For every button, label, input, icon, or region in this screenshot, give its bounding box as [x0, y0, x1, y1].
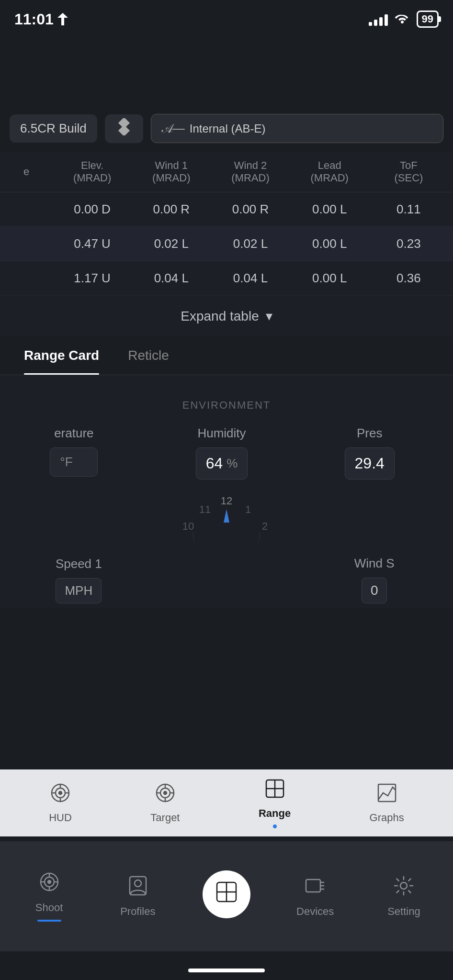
cell-elev: 1.17 U	[53, 271, 132, 286]
tab-range-center[interactable]	[182, 863, 271, 930]
inner-nav-hud[interactable]: HUD	[49, 782, 72, 824]
env-item-wind-speed1: Speed 1 MPH	[10, 557, 148, 603]
tab-shoot[interactable]: Shoot	[5, 863, 93, 929]
tab-reticle[interactable]: Reticle	[113, 336, 183, 375]
profile-bar: 6.5CR Build 𝒜— Internal (AB-E)	[0, 105, 453, 152]
status-right-icons: 99	[369, 11, 439, 28]
range-center-circle	[203, 870, 250, 918]
target-icon	[155, 782, 176, 808]
svg-point-27	[135, 880, 141, 887]
svg-point-10	[164, 791, 167, 794]
cell-lead: 0.00 L	[290, 271, 369, 286]
env-row-top: erature °F Humidity 64 % Pres 29.4	[0, 426, 453, 484]
cell-elev: 0.47 U	[53, 236, 132, 251]
cell-lead: 0.00 L	[290, 236, 369, 251]
svg-point-21	[48, 880, 51, 883]
graphs-icon	[376, 782, 397, 808]
bottom-tab-bar: Shoot Profiles	[0, 841, 453, 951]
home-indicator	[188, 969, 265, 972]
table-header-row: e Elev. (MRAD) Wind 1 (MRAD) Wind 2 (MRA…	[0, 152, 453, 192]
tab-devices[interactable]: Devices	[271, 867, 360, 925]
status-time: 11:01	[14, 11, 68, 28]
dial-num-11: 11	[199, 503, 211, 515]
wind-dial[interactable]: 10 11 12 1 2	[174, 494, 279, 542]
bluetooth-button[interactable]	[105, 114, 143, 143]
dial-arrow-icon	[224, 509, 229, 523]
bluetooth-icon	[117, 118, 131, 139]
table-row: 1.17 U 0.04 L 0.04 L 0.00 L 0.36	[0, 261, 453, 296]
cell-wind1: 0.00 R	[132, 202, 211, 217]
inner-nav-target[interactable]: Target	[150, 782, 180, 824]
battery-icon: 99	[417, 11, 439, 28]
svg-point-3	[59, 791, 62, 794]
col-range-header: e	[0, 166, 53, 178]
col-wind2-header: Wind 2 (MRAD)	[211, 159, 290, 184]
dial-num-1: 1	[245, 503, 251, 515]
profile-button[interactable]: 6.5CR Build	[10, 114, 97, 143]
env-item-wind-speed2: Wind S 0	[305, 556, 443, 603]
range-icon	[264, 778, 285, 803]
cell-wind1: 0.04 L	[132, 271, 211, 286]
shoot-icon	[38, 871, 60, 898]
dial-num-12: 12	[221, 495, 232, 507]
location-icon	[57, 13, 68, 25]
wind-speed2-value[interactable]: 0	[362, 578, 387, 603]
inner-nav-range[interactable]: Range	[259, 778, 291, 828]
env-item-pressure: Pres 29.4	[295, 426, 443, 479]
tab-settings[interactable]: Setting	[360, 867, 448, 925]
col-wind1-header: Wind 1 (MRAD)	[132, 159, 211, 184]
svg-point-35	[400, 882, 407, 889]
status-bar: 11:01 99	[0, 0, 453, 38]
cell-tof: 0.23	[369, 236, 453, 251]
humidity-input[interactable]: 64 %	[196, 447, 248, 479]
chevron-down-icon: ▾	[266, 308, 272, 324]
active-indicator	[273, 824, 277, 828]
cell-elev: 0.00 D	[53, 202, 132, 217]
col-elev-header: Elev. (MRAD)	[53, 159, 132, 184]
section-title-environment: ENVIRONMENT	[0, 390, 453, 426]
temperature-unit-button[interactable]: °F	[50, 447, 98, 477]
table-row: 0.47 U 0.02 L 0.02 L 0.00 L 0.23	[0, 227, 453, 261]
cell-tof: 0.36	[369, 271, 453, 286]
expand-table-button[interactable]: Expand table ▾	[0, 296, 453, 336]
inner-nav-graphs[interactable]: Graphs	[370, 782, 404, 824]
cell-wind2: 0.02 L	[211, 236, 290, 251]
wind-dial-area: 10 11 12 1 2	[0, 484, 453, 551]
signal-icon	[369, 12, 388, 26]
inner-nav-bar: HUD Target Range	[0, 769, 453, 836]
dial-num-2: 2	[262, 520, 268, 532]
col-tof-header: ToF (SEC)	[369, 159, 453, 184]
wind-speed1-unit[interactable]: MPH	[56, 578, 102, 603]
shoot-active-indicator	[37, 920, 61, 922]
env-item-humidity: Humidity 64 %	[148, 426, 296, 479]
col-lead-header: Lead (MRAD)	[290, 159, 369, 184]
range-center-icon	[215, 880, 238, 908]
header-area	[0, 38, 453, 105]
wifi-icon	[395, 12, 410, 27]
hud-icon	[50, 782, 71, 808]
environment-section: ENVIRONMENT erature °F Humidity 64 % Pre…	[0, 375, 453, 608]
cell-lead: 0.00 L	[290, 202, 369, 217]
font-icon: 𝒜—	[162, 121, 185, 136]
cell-tof: 0.11	[369, 202, 453, 217]
dial-num-10: 10	[182, 520, 194, 532]
cell-wind2: 0.04 L	[211, 271, 290, 286]
profiles-icon	[127, 875, 149, 902]
env-item-temperature: erature °F	[0, 426, 148, 477]
tab-range-card[interactable]: Range Card	[10, 336, 113, 375]
cell-wind2: 0.00 R	[211, 202, 290, 217]
cell-wind1: 0.02 L	[132, 236, 211, 251]
settings-icon	[393, 875, 415, 902]
inner-tab-bar: Range Card Reticle	[0, 336, 453, 375]
ballistics-table: e Elev. (MRAD) Wind 1 (MRAD) Wind 2 (MRA…	[0, 152, 453, 336]
internal-button[interactable]: 𝒜— Internal (AB-E)	[151, 114, 443, 143]
svg-rect-31	[306, 880, 320, 892]
table-row: 0.00 D 0.00 R 0.00 R 0.00 L 0.11	[0, 192, 453, 227]
devices-icon	[304, 875, 326, 902]
pressure-input[interactable]: 29.4	[345, 447, 395, 479]
wind-speed-row: Speed 1 MPH Wind S 0	[0, 551, 453, 608]
tab-profiles[interactable]: Profiles	[93, 867, 182, 925]
